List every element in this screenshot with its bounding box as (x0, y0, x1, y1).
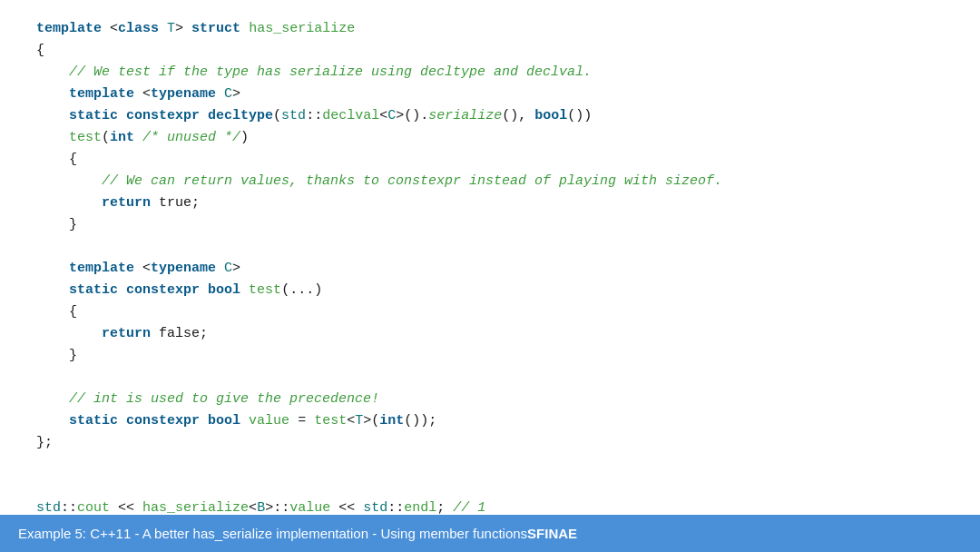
code-container: template <class T> struct has_serialize … (0, 0, 980, 515)
footer-bar: Example 5: C++11 - A better has_serializ… (0, 515, 980, 552)
code-line: return true; (36, 192, 944, 214)
code-line: test(int /* unused */) (36, 127, 944, 149)
footer-text-bold: SFINAE (527, 526, 577, 541)
code-line: static constexpr decltype(std::declval<C… (36, 105, 944, 127)
code-line: return false; (36, 323, 944, 345)
code-line: { (36, 301, 944, 323)
code-line: { (36, 149, 944, 171)
code-line-comment: // We can return values, thanks to const… (36, 171, 944, 192)
code-line: { (36, 40, 944, 62)
code-line: } (36, 214, 944, 236)
code-line-comment: // We test if the type has serialize usi… (36, 62, 944, 84)
code-line: std::cout << has_serialize<B>::value << … (36, 498, 944, 515)
code-line: static constexpr bool value = test<T>(in… (36, 410, 944, 432)
code-line (36, 367, 944, 389)
code-line (36, 476, 944, 498)
code-line: template <class T> struct has_serialize (36, 18, 944, 40)
code-line: } (36, 345, 944, 367)
code-line-comment: // int is used to give the precedence! (36, 389, 944, 410)
code-block: template <class T> struct has_serialize … (36, 18, 944, 515)
code-line (36, 454, 944, 476)
footer-text-normal: Example 5: C++11 - A better has_serializ… (18, 526, 527, 541)
code-line: template <typename C> (36, 258, 944, 280)
code-line (36, 236, 944, 258)
code-line: template <typename C> (36, 84, 944, 105)
code-line: }; (36, 432, 944, 454)
code-line: static constexpr bool test(...) (36, 280, 944, 301)
